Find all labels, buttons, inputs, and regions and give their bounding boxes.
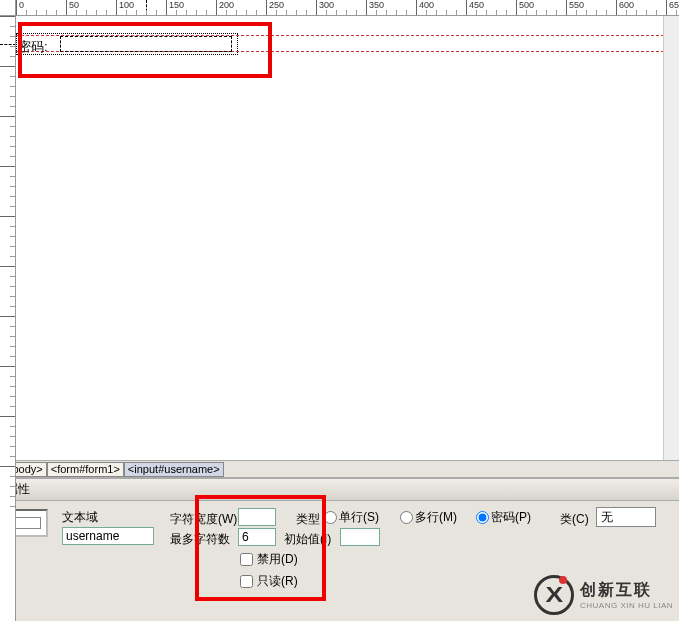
- annotation-box: [18, 22, 272, 78]
- panel-body: 文本域 字符宽度(W) 最多字符数 类型 单行(S) 多行(M) 密码(P) 类…: [0, 501, 679, 621]
- type-password-radio[interactable]: 密码(P): [476, 509, 531, 526]
- logo-text-en: CHUANG XIN HU LIAN: [580, 601, 673, 610]
- brand-logo: X 创新互联 CHUANG XIN HU LIAN: [534, 575, 673, 615]
- tag-input[interactable]: <input#username>: [124, 462, 224, 477]
- ruler-corner: [0, 0, 16, 16]
- tag-selector[interactable]: <body> <form#form1> <input#username>: [0, 460, 679, 478]
- section-label: 文本域: [62, 509, 98, 526]
- horizontal-ruler[interactable]: 050100150200250300350400450500550600650: [16, 0, 679, 16]
- tag-form[interactable]: <form#form1>: [47, 462, 124, 477]
- ruler-marker: [0, 44, 16, 45]
- design-canvas[interactable]: 密码:: [16, 16, 679, 460]
- initial-value-input[interactable]: [340, 528, 380, 546]
- name-input[interactable]: [62, 527, 154, 545]
- logo-icon: X: [534, 575, 574, 615]
- logo-text-cn: 创新互联: [580, 580, 673, 601]
- panel-title[interactable]: 属性: [0, 479, 679, 501]
- class-dropdown[interactable]: 无: [596, 507, 656, 527]
- class-label: 类(C): [560, 511, 589, 528]
- vertical-ruler[interactable]: [0, 16, 16, 621]
- properties-panel: 属性 文本域 字符宽度(W) 最多字符数 类型 单行(S) 多行(M) 密码(P…: [0, 478, 679, 621]
- type-single-radio[interactable]: 单行(S): [324, 509, 379, 526]
- annotation-box: [195, 495, 326, 601]
- type-multi-radio[interactable]: 多行(M): [400, 509, 457, 526]
- vertical-scrollbar[interactable]: [663, 16, 679, 460]
